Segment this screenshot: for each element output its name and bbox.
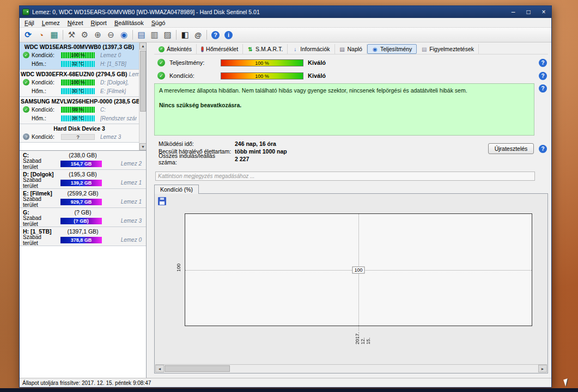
tab-informaciok[interactable]: Információk [288,44,334,54]
disk-name-text: SAMSUNG MZVLW256HEHP-0000 (238,5 GB) [21,98,139,105]
tab-homerseklet[interactable]: Hőmérséklet [197,44,243,54]
menu-riport[interactable]: Riport [87,19,111,27]
performance-help-icon[interactable] [539,59,547,67]
disk-temperature-row: Hőm.: 38 °C [Rendszer száma [20,114,139,122]
scroll-right-arrow-icon[interactable]: ► [538,365,547,372]
condition-label: Kondíció: [32,107,59,113]
free-space-value: (? GB) [60,218,102,224]
performance-label: Teljesítmény: [169,59,216,66]
performance-rating: Kiváló [308,59,326,66]
tab-attekintes[interactable]: Áttekintés [154,44,197,54]
scrollbar-thumb[interactable] [165,365,230,372]
disk-item-3[interactable]: Hard Disk Device 3 Kondíció: ? Lemez 3 [20,124,139,143]
retest-help-icon[interactable] [539,145,547,153]
taskbar[interactable] [0,388,578,392]
stat-label: Összes indulás/leállás száma: [159,152,235,166]
partition-header: H: [1_5TB] (1397,1 GB) [20,228,146,236]
retest-button[interactable]: Újratesztelés [488,143,534,154]
tab-smart[interactable]: S.M.A.R.T. [243,44,288,54]
help-glyph: ? [211,31,220,39]
health-help-icon[interactable] [539,84,547,93]
condition-value: 99 % [61,107,95,113]
tab-label: Áttekintés [167,46,192,52]
condition-value: 100 % [221,73,303,79]
disk-item-1[interactable]: WDC WD30EFRX-68EUZN0 (2794,5 GB) Lemez: … [20,70,139,97]
disk-search-minus-icon[interactable]: ⊖ [105,29,117,41]
mail-icon[interactable]: @ [192,29,204,41]
temperature-bar: 30 °C [61,88,95,94]
report-chart-icon[interactable]: ▦ [48,29,60,41]
disk-number-label: Lemez 3 [100,134,121,140]
disk-list-scrollbar[interactable]: ▲ ▼ [139,42,146,150]
save-chart-icon[interactable] [158,197,166,205]
scroll-up-arrow-icon[interactable]: ▲ [139,42,146,50]
health-status-row: A merevlemez állapota hibátlan. Nem talá… [154,83,548,136]
temperature-value: 32 °C [61,61,95,67]
disk-item-0[interactable]: WDC WD15EARS-00MVWB0 (1397,3 GB) Kondíci… [20,42,139,70]
disk-item-2[interactable]: SAMSUNG MZVLW256HEHP-0000 (238,5 GB) L K… [20,97,139,124]
ok-check-icon [157,59,165,66]
disk-number-label: Lemez 1 [121,199,143,205]
free-space-bar: 139,2 GB [60,180,102,186]
partition-header: E: [Filmek] (2599,2 GB) [20,189,146,198]
chart-tab-kondicio[interactable]: Kondíció (%) [154,185,199,194]
partition-size: (195,3 GB) [69,171,96,177]
ok-check-icon [23,79,29,85]
menu-lemez[interactable]: Lemez [38,19,64,27]
status-text: Állapot utoljára frissítve: 2017. 12. 15… [22,380,151,386]
partition-free-row: Szabad terület 139,2 GB Lemez 1 [20,179,146,187]
scroll-down-arrow-icon[interactable]: ▼ [139,143,146,150]
condition-value: ? [62,134,94,139]
free-space-value: 378,8 GB [60,237,102,243]
tab-naplo[interactable]: Napló [335,44,367,54]
chart-horizontal-scrollbar[interactable]: ◄ ► [155,364,547,372]
scrollbar-thumb[interactable] [140,51,146,112]
document-icon[interactable]: ▤ [135,29,148,41]
comment-input[interactable] [155,171,535,181]
data-point-label: 100 [352,266,364,273]
monitor-icon[interactable]: ◧ [179,29,191,41]
disk-condition-row: Kondíció: 100 % D: [Dolgok], [20,78,139,87]
maximize-button[interactable]: □ [521,6,536,18]
menu-sugo[interactable]: Súgó [148,19,169,27]
condition-value: 100 % [61,79,95,85]
toolbar-separator [132,30,133,40]
disk-settings-icon[interactable]: ⚙ [78,29,91,41]
tab-teljesitmeny[interactable]: Teljesítmény [367,44,417,54]
disk-tools-icon[interactable]: ⚒ [65,29,78,41]
disk-surface-icon[interactable]: ▨ [161,29,174,41]
partition-item-e[interactable]: E: [Filmek] (2599,2 GB) Szabad terület 9… [20,189,146,208]
condition-help-icon[interactable] [539,72,547,80]
info-glyph: i [224,31,233,39]
health-text: A merevlemez állapota hibátlan. Nem talá… [159,87,530,95]
menu-beallitasok[interactable]: Beállítások [111,19,148,27]
toolbar: ⟳ ◔ ▦ ⚒ ⚙ ⊕ ⊖ ◉ ▤ ▥ ▨ ◧ @ ? i [20,28,551,42]
partition-item-h[interactable]: H: [1_5TB] (1397,1 GB) Szabad terület 37… [20,227,146,246]
minimize-button[interactable]: – [506,6,521,18]
toolbar-info-icon[interactable]: i [222,29,235,41]
menu-nezet[interactable]: Nézet [64,19,87,27]
world-report-icon[interactable]: ◉ [118,29,130,41]
toolbar-help-icon[interactable]: ? [209,29,222,41]
mouse-cursor [563,378,570,387]
partition-item-g[interactable]: G: (? GB) Szabad terület (? GB) Lemez 3 [20,208,146,227]
app-window: Lemez: 0, WDC WD15EARS-00MVWB0 [WD-WMAZA… [19,5,552,388]
refresh-icon[interactable]: ⟳ [22,29,34,41]
menu-fajl[interactable]: Fájl [21,19,38,27]
partition-item-d[interactable]: D: [Dolgok] (195,3 GB) Szabad terület 13… [20,170,146,189]
disk-export-icon[interactable]: ▥ [148,29,161,41]
condition-bar: 100 % [61,52,95,58]
partition-free-row: Szabad terület 154,7 GB Lemez 2 [20,160,146,168]
temperature-label: Hőm.: [32,88,59,94]
close-button[interactable]: × [536,6,551,18]
disk-name-suffix: Lemez: [129,71,139,77]
scroll-left-arrow-icon[interactable]: ◄ [155,365,164,372]
disk-number-label: Lemez 0 [100,52,121,58]
clock-icon[interactable]: ◔ [35,29,47,41]
tab-label: Napló [348,46,362,52]
condition-bar: 100 % [221,72,303,79]
condition-row: Kondíció: 100 % Kiváló [154,69,548,82]
tab-figyelmeztetesek[interactable]: Figyelmeztetések [417,44,479,54]
partition-item-c[interactable]: C: (238,0 GB) Szabad terület 154,7 GB Le… [20,151,146,170]
disk-search-plus-icon[interactable]: ⊕ [92,29,104,41]
